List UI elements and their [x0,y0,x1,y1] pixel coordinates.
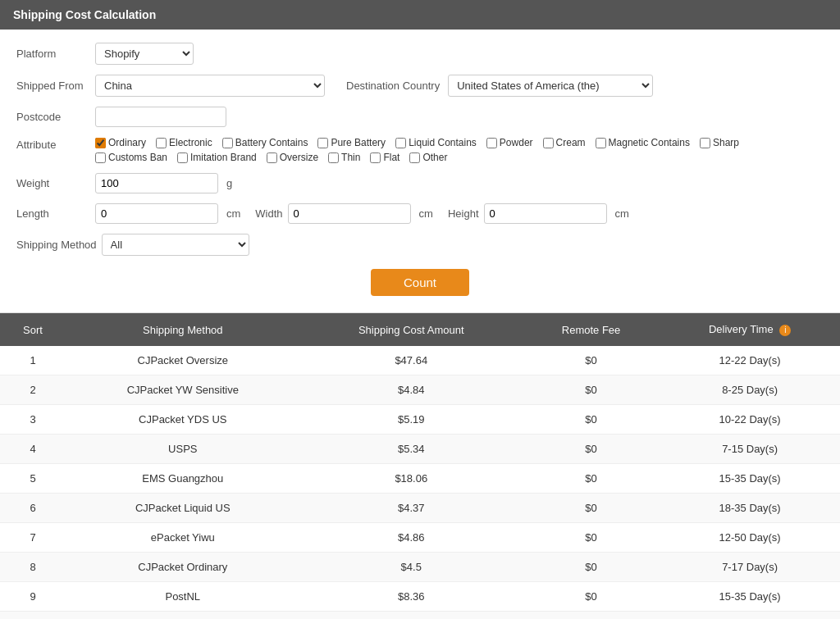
col-remote-fee: Remote Fee [523,313,660,346]
cell-remote-fee: $0 [523,612,660,620]
checkbox-pure-battery-label: Pure Battery [331,137,386,148]
cell-cost: $4.86 [300,523,523,553]
col-delivery-time: Delivery Time i [660,313,840,346]
checkbox-powder[interactable] [486,138,497,148]
cell-method: CJPacket YW Sensitive [66,375,299,405]
cell-cost: $5.34 [300,435,523,464]
cell-remote-fee: $0 [523,346,660,375]
weight-input[interactable] [95,173,218,193]
checkbox-other-label: Other [422,152,447,163]
table-section: Sort Shipping Method Shipping Cost Amoun… [0,313,840,619]
destination-label: Destination Country [346,80,440,92]
checkbox-electronic-label: Electronic [169,137,212,148]
cell-delivery: 12-50 Day(s) [660,523,840,553]
cell-cost: $5.19 [300,405,523,435]
cell-sort: 6 [0,494,66,523]
col-shipping-method: Shipping Method [66,313,299,346]
table-header-row: Sort Shipping Method Shipping Cost Amoun… [0,313,840,346]
table-row: 7 ePacket Yiwu $4.86 $0 12-50 Day(s) [0,523,840,553]
cell-method: ePacket Yiwu [66,523,299,553]
table-row: 1 CJPacket Oversize $47.64 $0 12-22 Day(… [0,346,840,375]
title-bar: Shipping Cost Calculation [0,0,840,30]
checkbox-oversize[interactable] [267,152,277,163]
cell-method: EMS Guangzhou [66,464,299,494]
cell-sort: 9 [0,582,66,612]
cell-cost: $8.36 [300,582,523,612]
checkbox-sharp[interactable] [700,138,710,148]
height-unit: cm [615,207,629,220]
destination-select[interactable]: United States of America (the) United Ki… [448,75,653,97]
length-input[interactable] [95,203,218,224]
cell-remote-fee: $0 [523,405,660,435]
checkbox-customs-ban-label: Customs Ban [108,152,167,163]
cell-cost: $4.84 [300,375,523,405]
cell-sort: 2 [0,375,66,405]
cell-delivery: 10-22 Day(s) [660,405,840,435]
width-label: Width [255,207,282,220]
checkbox-ordinary-label: Ordinary [108,137,146,148]
cell-remote-fee: $0 [523,523,660,553]
cell-delivery: 7-17 Day(s) [660,553,840,582]
postcode-label: Postcode [16,111,90,123]
cell-remote-fee: $0 [523,375,660,405]
checkbox-magnetic-contains[interactable] [596,138,606,148]
cell-remote-fee: $0 [523,464,660,494]
shipped-from-label: Shipped From [16,80,90,92]
length-unit: cm [226,207,240,220]
checkbox-liquid-contains[interactable] [395,138,406,148]
cell-sort: 10 [0,612,66,620]
count-button[interactable]: Count [371,269,469,296]
width-input[interactable] [288,203,411,224]
checkbox-liquid-contains-label: Liquid Contains [409,137,477,148]
checkbox-imitation-brand[interactable] [177,152,188,163]
platform-select[interactable]: Shopify WooCommerce Magento Other [95,43,194,65]
table-row: 6 CJPacket Liquid US $4.37 $0 18-35 Day(… [0,494,840,523]
postcode-input[interactable] [95,107,226,127]
checkbox-customs-ban[interactable] [95,152,106,163]
cell-method: USPS [66,435,299,464]
cell-method: CJPacket Ordinary [66,553,299,582]
table-row: 4 USPS $5.34 $0 7-15 Day(s) [0,435,840,464]
cell-sort: 8 [0,553,66,582]
cell-remote-fee: $0 [523,494,660,523]
checkbox-ordinary[interactable] [95,138,106,148]
cell-sort: 3 [0,405,66,435]
checkbox-other[interactable] [409,152,420,163]
checkbox-oversize-label: Oversize [280,152,318,163]
cell-method: CJPacket YDS US [66,405,299,435]
cell-cost: $4.5 [300,553,523,582]
width-unit: cm [419,207,433,220]
checkbox-pure-battery[interactable] [317,138,328,148]
weight-unit: g [226,177,232,189]
length-label: Length [16,207,90,220]
checkbox-cream[interactable] [543,138,554,148]
checkbox-electronic[interactable] [156,138,167,148]
cell-sort: 4 [0,435,66,464]
height-input[interactable] [484,203,607,224]
shipped-from-select[interactable]: China United States United Kingdom Germa… [95,75,325,97]
shipping-method-select[interactable]: All CJPacket ePacket USPS EMS [102,234,249,256]
checkbox-flat[interactable] [370,152,381,163]
checkbox-cream-label: Cream [556,137,586,148]
attribute-label: Attribute [16,137,90,151]
checkbox-battery-contains[interactable] [222,138,233,148]
height-label: Height [448,207,479,220]
info-icon[interactable]: i [779,325,791,336]
shipping-method-label: Shipping Method [16,239,97,251]
platform-label: Platform [16,48,90,60]
cell-cost: $18.06 [300,464,523,494]
checkbox-thin[interactable] [328,152,339,163]
cell-method: CJPacket MY Sensitive [66,612,299,620]
cell-delivery: 7-15 Day(s) [660,435,840,464]
cell-sort: 5 [0,464,66,494]
checkbox-imitation-brand-label: Imitation Brand [190,152,257,163]
cell-sort: 7 [0,523,66,553]
cell-delivery: 12-25 Day(s) [660,612,840,620]
cell-remote-fee: $0 [523,553,660,582]
checkbox-battery-contains-label: Battery Contains [235,137,308,148]
checkbox-powder-label: Powder [500,137,533,148]
checkbox-flat-label: Flat [383,152,399,163]
checkbox-thin-label: Thin [341,152,360,163]
cell-method: CJPacket Liquid US [66,494,299,523]
weight-label: Weight [16,177,90,189]
